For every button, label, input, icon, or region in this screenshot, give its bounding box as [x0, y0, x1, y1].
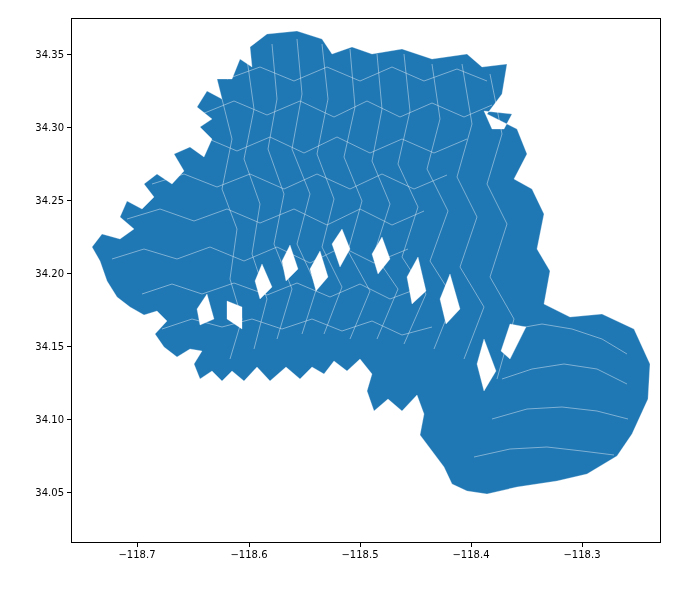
- ytick-4: [67, 200, 71, 201]
- xtick-4: [582, 543, 583, 547]
- ytick-2: [67, 346, 71, 347]
- ytick-0: [67, 492, 71, 493]
- yticklabel-5: 34.30: [30, 122, 64, 133]
- xticklabel-0: −118.7: [118, 549, 155, 560]
- yticklabel-2: 34.15: [30, 341, 64, 352]
- xtick-1: [249, 543, 250, 547]
- xtick-2: [360, 543, 361, 547]
- xticklabel-3: −118.4: [452, 549, 489, 560]
- ytick-1: [67, 419, 71, 420]
- ytick-5: [67, 127, 71, 128]
- figure: −118.7 −118.6 −118.5 −118.4 −118.3 34.05…: [0, 0, 689, 595]
- yticklabel-0: 34.05: [30, 487, 64, 498]
- yticklabel-1: 34.10: [30, 414, 64, 425]
- yticklabel-6: 34.35: [30, 49, 64, 60]
- xticklabel-1: −118.6: [230, 549, 267, 560]
- ytick-6: [67, 54, 71, 55]
- yticklabel-3: 34.20: [30, 268, 64, 279]
- xticklabel-2: −118.5: [341, 549, 378, 560]
- map-axes: [71, 18, 661, 543]
- xtick-0: [137, 543, 138, 547]
- xtick-3: [471, 543, 472, 547]
- yticklabel-4: 34.25: [30, 195, 64, 206]
- ytick-3: [67, 273, 71, 274]
- xticklabel-4: −118.3: [563, 549, 600, 560]
- map-svg: [72, 19, 660, 542]
